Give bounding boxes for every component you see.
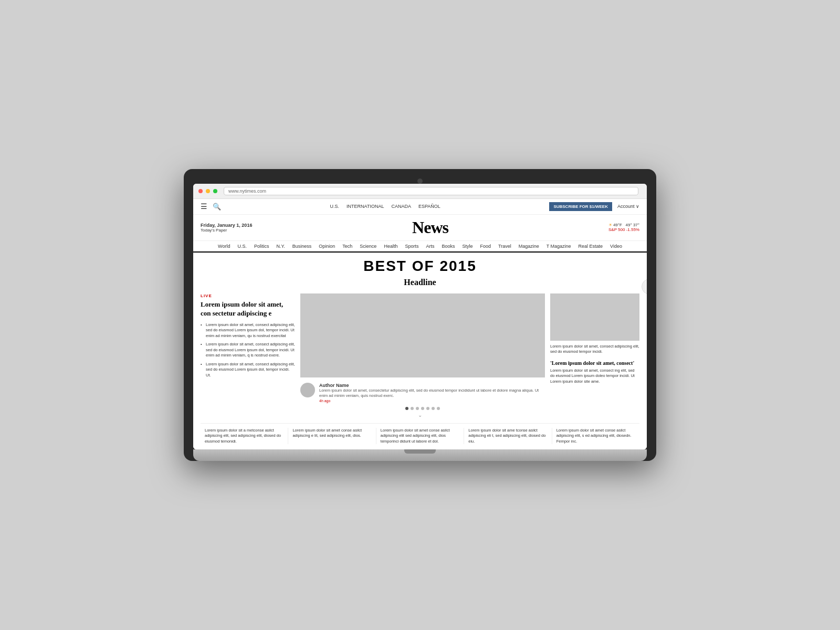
page-subtitle: Headline [201,278,639,287]
nav-us[interactable]: U.S. [330,204,340,209]
side-image [550,293,639,341]
bullet-list: Lorem ipsum dolor sit amet, consect adip… [201,322,295,379]
nav-magazine[interactable]: Magazine [519,244,539,249]
left-article-title[interactable]: Lorem ipsum dolor sit amet, con sectetur… [201,300,295,318]
temperature: 49°F [613,223,622,227]
nav-espanol[interactable]: ESPAÑOL [418,204,440,209]
bullet-item-3: Lorem ipsum dolor sit amet, consect adip… [201,362,295,379]
nav-books[interactable]: Books [442,244,455,249]
account-button[interactable]: Account ∨ [617,204,639,209]
author-name: Author Name [319,383,545,388]
stock-display: S&P 500 -1.55% [608,227,639,232]
nav-world[interactable]: World [218,244,230,249]
nav-health[interactable]: Health [384,244,397,249]
page-content: ☰ 🔍 U.S. INTERNATIONAL CANADA ESPAÑOL SU… [193,199,647,450]
scroll-arrow[interactable]: ⌄ [201,410,639,420]
bottom-card-4: Lorem ipsum dolor sit ame tconse asilct … [464,428,552,445]
nav-travel[interactable]: Travel [498,244,511,249]
nav-ny[interactable]: N.Y. [276,244,285,249]
date-display: Friday, January 1, 2016 [201,223,252,228]
dot-3[interactable] [416,407,419,410]
left-column: LIVE Lorem ipsum dolor sit amet, con sec… [201,293,295,381]
nav-tmagazine[interactable]: T Magazine [547,244,571,249]
nav-science[interactable]: Science [360,244,376,249]
laptop-base [193,449,647,461]
nav-realestate[interactable]: Real Estate [579,244,603,249]
nav-international[interactable]: INTERNATIONAL [346,204,384,209]
dot-7[interactable] [437,407,440,410]
weather-hi: 49° [626,223,632,227]
sun-icon: ☀ [608,223,612,227]
bullet-item-2: Lorem ipsum dolor sit amet, consect adip… [201,342,295,359]
time-ago: 4h ago [319,399,545,403]
nav-business[interactable]: Business [292,244,312,249]
side-article-body: Lorem ipsum dolor sit amet, consect ing … [550,368,639,385]
bottom-card-1: Lorem ipsum dolor sit a metconse asilct … [201,428,288,445]
nav-sports[interactable]: Sports [405,244,418,249]
dot-4[interactable] [421,407,424,410]
menu-icon[interactable]: ☰ [201,202,207,211]
main-image [300,293,545,377]
side-article-desc: Lorem ipsum dolor sit amet, consect adip… [550,344,639,355]
nav-tech[interactable]: Tech [342,244,352,249]
main-navigation: World U.S. Politics N.Y. Business Opinio… [193,241,647,253]
bottom-card-5: Lorem ipsum dolor sit amet conse asilct … [552,428,639,445]
top-bar-left: ☰ 🔍 [201,202,221,211]
nav-us-main[interactable]: U.S. [237,244,247,249]
browser-minimize[interactable] [206,189,210,193]
address-bar[interactable]: www.nytimes.com [224,187,638,195]
author-text: Author Name Lorem ipsum dolor sit amet, … [319,383,545,403]
top-bar-nav: U.S. INTERNATIONAL CANADA ESPAÑOL [330,204,440,209]
bottom-card-3: Lorem ipsum dolor sit amet conse asilct … [376,428,464,445]
article-grid: LIVE Lorem ipsum dolor sit amet, con sec… [201,293,639,410]
site-title[interactable]: News [412,218,448,237]
nav-food[interactable]: Food [480,244,491,249]
carousel-dots [300,407,545,410]
right-column: Lorem ipsum dolor sit amet, consect adip… [550,293,639,385]
weather-lo: 37° [633,223,639,227]
bottom-cards: Lorem ipsum dolor sit a metconse asilct … [201,423,639,445]
dot-1[interactable] [405,407,408,410]
side-article-title[interactable]: 'Lorem ipsum dolor sit amet, consect' [550,360,639,366]
scroll-indicator [642,279,647,295]
weather-temp: ☀ 49°F 49° 37° [608,223,639,227]
dot-6[interactable] [432,407,435,410]
page-title: BEST OF 2015 [201,258,639,275]
main-content: BEST OF 2015 Headline LIVE Lorem ipsum d… [193,253,647,450]
top-bar-right: SUBSCRIBE FOR $1/WEEK Account ∨ [549,202,639,211]
todays-paper-link[interactable]: Today's Paper [201,228,252,233]
bullet-item-1: Lorem ipsum dolor sit amet, consect adip… [201,322,295,339]
author-avatar [300,383,315,397]
weather-widget: ☀ 49°F 49° 37° S&P 500 -1.55% [608,223,639,232]
browser-maximize[interactable] [213,189,217,193]
dot-5[interactable] [426,407,429,410]
center-column: Author Name Lorem ipsum dolor sit amet, … [300,293,545,410]
search-icon[interactable]: 🔍 [213,203,221,211]
author-block: Author Name Lorem ipsum dolor sit amet, … [300,383,545,403]
nav-video[interactable]: Video [610,244,622,249]
live-badge: LIVE [201,293,295,298]
header-meta: Friday, January 1, 2016 Today's Paper [201,223,252,233]
author-description: Lorem ipsum dolor sit amet, consectetur … [319,388,545,399]
nav-canada[interactable]: CANADA [391,204,411,209]
bottom-card-2: Lorem ipsum dolor sit amet conse asilct … [288,428,376,445]
nav-arts[interactable]: Arts [426,244,434,249]
browser-close[interactable] [198,189,203,193]
top-bar: ☰ 🔍 U.S. INTERNATIONAL CANADA ESPAÑOL SU… [193,199,647,215]
site-header: Friday, January 1, 2016 Today's Paper Ne… [193,215,647,241]
nav-politics[interactable]: Politics [254,244,269,249]
nav-opinion[interactable]: Opinion [319,244,335,249]
dot-2[interactable] [411,407,414,410]
subscribe-button[interactable]: SUBSCRIBE FOR $1/WEEK [549,202,612,211]
nav-style[interactable]: Style [462,244,472,249]
